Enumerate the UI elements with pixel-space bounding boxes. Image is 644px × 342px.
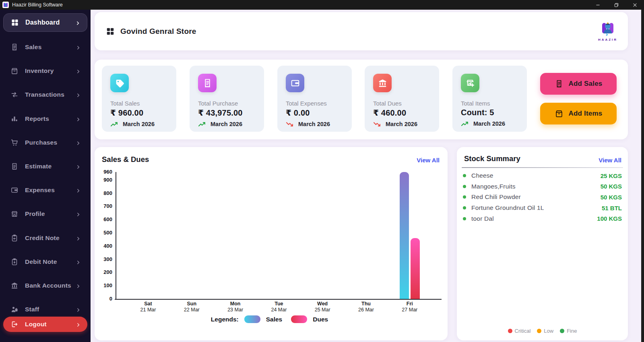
wallet-icon [286,74,304,92]
stat-card-label: Total Purchase [198,100,264,107]
sidebar-item-credit-note[interactable]: Credit Note [3,230,87,246]
stat-card-value: ₹ 960.00 [110,108,176,118]
bank-icon [10,282,19,290]
y-tick-label: 900 [95,177,112,183]
stock-legend-critical: Critical [508,328,531,334]
close-button[interactable] [625,0,644,10]
y-tick-label: 500 [95,230,112,236]
trend-down-icon [286,121,294,127]
stock-row: Cheese25 KGS [463,170,622,181]
chart-legend-label: Legends: [211,316,239,323]
chart-y-axis [116,172,116,299]
sidebar-item-label: Sales [25,44,42,51]
sidebar-item-expenses[interactable]: Expenses [3,182,87,198]
haazir-logo: HAAZIR [597,21,618,41]
trend-down-icon [373,121,381,127]
x-tick-label: Sun22 Mar [173,301,210,313]
bar-sales-fri [400,172,409,299]
stock-status-dot [463,206,466,209]
stock-item-qty: 100 KGS [597,215,622,222]
sidebar-item-dashboard[interactable]: Dashboard [3,13,87,32]
logout-label: Logout [25,321,47,328]
chart-view-all-link[interactable]: View All [417,157,440,164]
chevron-right-icon [76,164,81,169]
sidebar-item-transactions[interactable]: Transactions [3,87,87,103]
chevron-right-icon [76,68,81,74]
x-tick-label: Wed25 Mar [304,301,341,313]
receipt-icon [10,43,19,51]
staff-icon [10,305,19,313]
sidebar-item-sales[interactable]: Sales [3,39,87,55]
stock-row: Red Chili Powder50 KGS [463,192,622,203]
y-tick-label: 100 [95,282,112,288]
stat-card-total-expenses: Total Expenses₹ 0.00March 2026 [277,66,352,132]
sidebar-item-label: Transactions [25,91,64,98]
x-tick-label: Sat21 Mar [130,301,166,313]
chevron-right-icon [76,140,81,145]
stat-card-value: Count: 5 [461,108,527,117]
stock-view-all-link[interactable]: View All [599,157,621,164]
wallet-icon [10,186,19,194]
sidebar-item-label: Credit Note [25,234,60,242]
chevron-right-icon [76,92,81,97]
clipboard-arrow-left-icon [10,234,19,242]
stats-panel: Total Sales₹ 960.00March 2026Total Purch… [95,60,628,139]
stock-summary-title: Stock Summary [464,154,520,163]
receipt-icon [555,79,564,88]
sidebar-item-staff[interactable]: Staff [3,301,87,317]
sidebar-item-label: Bank Accounts [25,282,71,289]
stock-item-qty: 25 KGS [601,172,622,179]
sidebar-item-reports[interactable]: Reports [3,111,87,127]
sidebar-item-purchases[interactable]: Purchases [3,135,87,151]
app-title: Haazir Billing Software [12,2,63,8]
stat-card-value: ₹ 0.00 [286,108,352,118]
add-sales-button[interactable]: Add Sales [540,73,617,95]
stock-legend-label: Low [544,328,553,334]
sidebar-item-label: Debit Note [25,258,57,265]
x-tick-label: Mon23 Mar [217,301,254,313]
document-icon [10,162,19,170]
sidebar-item-debit-note[interactable]: Debit Note [3,254,87,270]
transfer-icon [10,91,19,99]
stock-item-qty: 50 KGS [601,183,622,190]
y-tick-label: 800 [95,190,112,196]
sidebar-item-inventory[interactable]: Inventory [3,63,87,79]
stat-card-value: ₹ 43,975.00 [198,108,264,118]
stock-status-dot [463,217,466,220]
app-window: Haazir Billing Software DashboardSalesIn… [0,0,644,342]
stat-card-value: ₹ 460.00 [373,108,439,118]
fine-dot-icon [560,329,564,333]
receipt-icon [198,74,217,92]
stock-summary-panel: Stock Summary View All Cheese25 KGSMango… [457,147,628,340]
chevron-right-icon [76,236,81,241]
x-tick-label: Thu26 Mar [348,301,384,313]
divider [462,167,623,168]
sidebar-item-bank-accounts[interactable]: Bank Accounts [3,278,87,294]
logout-button[interactable]: Logout [3,317,87,332]
legend-label-sales: Sales [266,316,283,323]
stat-card-total-items: Total ItemsCount: 5March 2026 [452,66,527,132]
chevron-right-icon [76,259,81,265]
app-icon [2,2,9,8]
sidebar-item-profile[interactable]: Profile [3,206,87,222]
stock-status-legend: CriticalLowFine [457,328,628,334]
low-dot-icon [537,329,541,333]
critical-dot-icon [508,329,512,333]
stock-legend-low: Low [537,328,553,334]
add-items-button[interactable]: Add Items [540,103,617,124]
stock-item-qty: 51 BTL [602,205,622,211]
restore-icon [614,3,619,7]
chart-x-axis [115,299,442,300]
minimize-button[interactable] [588,0,607,10]
trend-up-icon [461,121,469,127]
stat-card-label: Total Sales [110,100,176,107]
stock-row: Mangoes,Fruits50 KGS [463,181,622,192]
stat-card-period: March 2026 [386,121,417,127]
chevron-right-icon [75,20,80,25]
logout-icon [10,320,19,328]
scrollbar[interactable] [641,10,644,342]
restore-button[interactable] [607,0,625,10]
sidebar-item-estimate[interactable]: Estimate [3,158,87,174]
sidebar-item-label: Dashboard [25,19,60,26]
titlebar: Haazir Billing Software [0,0,644,10]
